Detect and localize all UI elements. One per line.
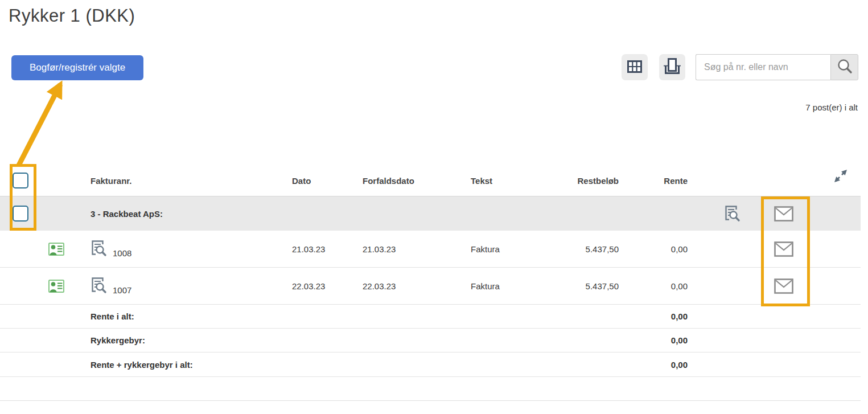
summary-row: Rente + rykkergebyr i alt: 0,00 [0,352,861,377]
customer-group-row: 3 - Rackbeat ApS: [0,196,861,231]
search-button[interactable] [830,54,858,80]
print-icon [663,58,681,77]
table-layout-button[interactable] [622,54,648,80]
document-search-icon[interactable] [90,240,106,259]
search-group [696,54,858,80]
column-header-fakturanr: Fakturanr. [90,165,132,196]
contact-card-icon[interactable] [48,231,64,267]
column-header-forfaldsdato: Forfaldsdato [363,165,414,196]
document-search-icon[interactable] [724,196,740,231]
invoice-text: Faktura [471,231,500,267]
column-header-rente: Rente [615,165,688,196]
invoice-remaining-amount: 5.437,50 [541,231,619,267]
column-header-dato: Dato [292,165,311,196]
summary-row: Rykkergebyr: 0,00 [0,329,861,352]
table-grid-icon [627,60,642,75]
records-count: 7 post(er) i alt [805,103,858,112]
invoice-date: 21.03.23 [292,231,325,267]
summary-value: 0,00 [615,352,688,376]
invoice-interest: 0,00 [615,231,688,267]
contact-card-icon[interactable] [48,268,64,304]
invoice-number: 1007 [113,285,131,295]
invoice-number: 1008 [113,248,131,258]
summary-value: 0,00 [615,305,688,328]
invoice-interest: 0,00 [615,268,688,304]
envelope-icon[interactable] [774,231,793,267]
document-search-icon[interactable] [90,277,106,296]
summary-label: Rente + rykkergebyr i alt: [90,352,193,376]
empty-row [0,377,861,401]
table-row: 1008 21.03.23 21.03.23 Faktura 5.437,50 … [0,231,861,268]
envelope-icon[interactable] [774,268,793,304]
expand-table-icon[interactable] [832,166,849,186]
select-all-checkbox[interactable] [13,173,28,188]
table-row: 1007 22.03.23 22.03.23 Faktura 5.437,50 … [0,268,861,305]
envelope-icon[interactable] [774,196,793,231]
summary-value: 0,00 [615,329,688,352]
summary-label: Rente i alt: [90,305,134,328]
print-button[interactable] [659,54,685,80]
summary-row: Rente i alt: 0,00 [0,305,861,329]
invoice-due-date: 21.03.23 [363,231,396,267]
search-input[interactable] [696,54,830,80]
search-icon [836,58,853,77]
summary-label: Rykkergebyr: [90,329,145,352]
reminders-page: Rykker 1 (DKK) Bogfør/registrér valgte [0,0,868,414]
annotation-arrow [0,73,91,170]
customer-group-label: 3 - Rackbeat ApS: [90,196,163,231]
post-register-selected-button[interactable]: Bogfør/registrér valgte [11,55,143,80]
invoice-text: Faktura [471,268,500,304]
table-header-row: Fakturanr. Dato Forfaldsdato Tekst Restb… [0,165,861,196]
reminders-table: Fakturanr. Dato Forfaldsdato Tekst Restb… [0,165,861,401]
invoice-due-date: 22.03.23 [363,268,396,304]
group-select-checkbox[interactable] [13,206,28,222]
column-header-restbeloeb: Restbeløb [541,165,619,196]
invoice-remaining-amount: 5.437,50 [541,268,619,304]
invoice-date: 22.03.23 [292,268,325,304]
page-title: Rykker 1 (DKK) [9,6,135,26]
column-header-tekst: Tekst [471,165,492,196]
